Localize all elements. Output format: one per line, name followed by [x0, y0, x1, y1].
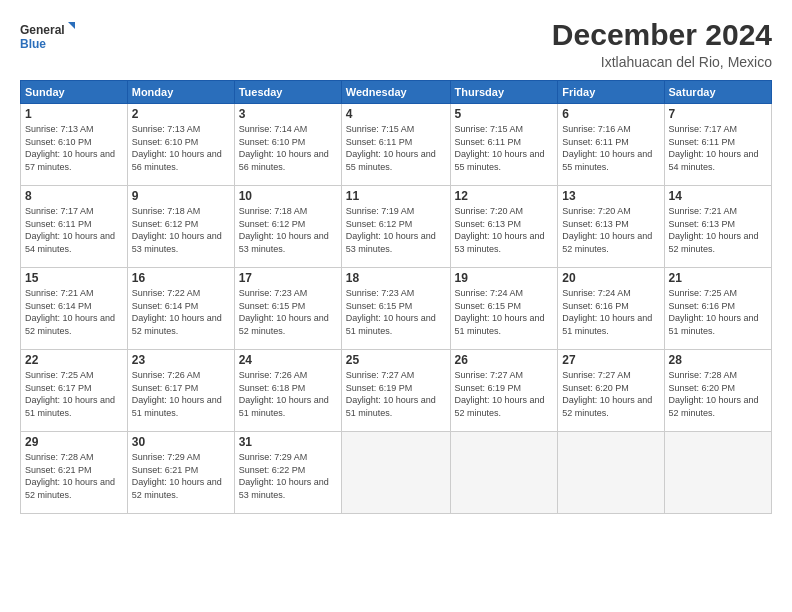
svg-marker-2 — [68, 22, 75, 29]
day-number: 18 — [346, 271, 446, 285]
calendar-week-row: 22 Sunrise: 7:25 AMSunset: 6:17 PMDaylig… — [21, 350, 772, 432]
title-block: December 2024 Ixtlahuacan del Rio, Mexic… — [552, 18, 772, 70]
calendar-cell: 23 Sunrise: 7:26 AMSunset: 6:17 PMDaylig… — [127, 350, 234, 432]
day-detail: Sunrise: 7:24 AMSunset: 6:16 PMDaylight:… — [562, 288, 652, 336]
calendar-header-row: SundayMondayTuesdayWednesdayThursdayFrid… — [21, 81, 772, 104]
col-header-friday: Friday — [558, 81, 664, 104]
day-detail: Sunrise: 7:27 AMSunset: 6:19 PMDaylight:… — [455, 370, 545, 418]
day-number: 31 — [239, 435, 337, 449]
calendar-cell — [558, 432, 664, 514]
calendar-cell: 24 Sunrise: 7:26 AMSunset: 6:18 PMDaylig… — [234, 350, 341, 432]
main-title: December 2024 — [552, 18, 772, 52]
day-detail: Sunrise: 7:21 AMSunset: 6:13 PMDaylight:… — [669, 206, 759, 254]
calendar-cell: 18 Sunrise: 7:23 AMSunset: 6:15 PMDaylig… — [341, 268, 450, 350]
day-number: 7 — [669, 107, 767, 121]
header: General Blue December 2024 Ixtlahuacan d… — [20, 18, 772, 70]
day-detail: Sunrise: 7:13 AMSunset: 6:10 PMDaylight:… — [132, 124, 222, 172]
day-number: 17 — [239, 271, 337, 285]
day-number: 1 — [25, 107, 123, 121]
day-number: 27 — [562, 353, 659, 367]
day-number: 14 — [669, 189, 767, 203]
svg-text:Blue: Blue — [20, 37, 46, 51]
day-number: 9 — [132, 189, 230, 203]
calendar-cell: 26 Sunrise: 7:27 AMSunset: 6:19 PMDaylig… — [450, 350, 558, 432]
day-detail: Sunrise: 7:29 AMSunset: 6:21 PMDaylight:… — [132, 452, 222, 500]
calendar-cell: 3 Sunrise: 7:14 AMSunset: 6:10 PMDayligh… — [234, 104, 341, 186]
day-detail: Sunrise: 7:17 AMSunset: 6:11 PMDaylight:… — [25, 206, 115, 254]
calendar-cell: 25 Sunrise: 7:27 AMSunset: 6:19 PMDaylig… — [341, 350, 450, 432]
calendar-cell: 16 Sunrise: 7:22 AMSunset: 6:14 PMDaylig… — [127, 268, 234, 350]
calendar-week-row: 8 Sunrise: 7:17 AMSunset: 6:11 PMDayligh… — [21, 186, 772, 268]
day-number: 3 — [239, 107, 337, 121]
col-header-tuesday: Tuesday — [234, 81, 341, 104]
calendar-cell: 5 Sunrise: 7:15 AMSunset: 6:11 PMDayligh… — [450, 104, 558, 186]
day-number: 28 — [669, 353, 767, 367]
day-detail: Sunrise: 7:26 AMSunset: 6:18 PMDaylight:… — [239, 370, 329, 418]
day-number: 30 — [132, 435, 230, 449]
day-number: 11 — [346, 189, 446, 203]
calendar-table: SundayMondayTuesdayWednesdayThursdayFrid… — [20, 80, 772, 514]
day-number: 6 — [562, 107, 659, 121]
calendar-week-row: 15 Sunrise: 7:21 AMSunset: 6:14 PMDaylig… — [21, 268, 772, 350]
col-header-saturday: Saturday — [664, 81, 771, 104]
day-number: 10 — [239, 189, 337, 203]
day-detail: Sunrise: 7:25 AMSunset: 6:16 PMDaylight:… — [669, 288, 759, 336]
day-number: 23 — [132, 353, 230, 367]
calendar-cell: 19 Sunrise: 7:24 AMSunset: 6:15 PMDaylig… — [450, 268, 558, 350]
day-number: 29 — [25, 435, 123, 449]
day-detail: Sunrise: 7:28 AMSunset: 6:20 PMDaylight:… — [669, 370, 759, 418]
calendar-cell: 9 Sunrise: 7:18 AMSunset: 6:12 PMDayligh… — [127, 186, 234, 268]
day-number: 2 — [132, 107, 230, 121]
day-number: 16 — [132, 271, 230, 285]
day-detail: Sunrise: 7:18 AMSunset: 6:12 PMDaylight:… — [239, 206, 329, 254]
day-detail: Sunrise: 7:27 AMSunset: 6:20 PMDaylight:… — [562, 370, 652, 418]
sub-title: Ixtlahuacan del Rio, Mexico — [552, 54, 772, 70]
calendar-cell: 22 Sunrise: 7:25 AMSunset: 6:17 PMDaylig… — [21, 350, 128, 432]
day-detail: Sunrise: 7:25 AMSunset: 6:17 PMDaylight:… — [25, 370, 115, 418]
calendar-cell: 20 Sunrise: 7:24 AMSunset: 6:16 PMDaylig… — [558, 268, 664, 350]
day-number: 20 — [562, 271, 659, 285]
calendar-cell — [341, 432, 450, 514]
calendar-cell: 11 Sunrise: 7:19 AMSunset: 6:12 PMDaylig… — [341, 186, 450, 268]
day-detail: Sunrise: 7:14 AMSunset: 6:10 PMDaylight:… — [239, 124, 329, 172]
day-number: 5 — [455, 107, 554, 121]
day-detail: Sunrise: 7:29 AMSunset: 6:22 PMDaylight:… — [239, 452, 329, 500]
day-detail: Sunrise: 7:20 AMSunset: 6:13 PMDaylight:… — [455, 206, 545, 254]
calendar-week-row: 29 Sunrise: 7:28 AMSunset: 6:21 PMDaylig… — [21, 432, 772, 514]
calendar-cell — [664, 432, 771, 514]
day-number: 8 — [25, 189, 123, 203]
day-detail: Sunrise: 7:26 AMSunset: 6:17 PMDaylight:… — [132, 370, 222, 418]
calendar-cell: 7 Sunrise: 7:17 AMSunset: 6:11 PMDayligh… — [664, 104, 771, 186]
day-number: 13 — [562, 189, 659, 203]
day-detail: Sunrise: 7:23 AMSunset: 6:15 PMDaylight:… — [346, 288, 436, 336]
day-detail: Sunrise: 7:28 AMSunset: 6:21 PMDaylight:… — [25, 452, 115, 500]
day-detail: Sunrise: 7:21 AMSunset: 6:14 PMDaylight:… — [25, 288, 115, 336]
calendar-cell: 28 Sunrise: 7:28 AMSunset: 6:20 PMDaylig… — [664, 350, 771, 432]
day-detail: Sunrise: 7:16 AMSunset: 6:11 PMDaylight:… — [562, 124, 652, 172]
day-detail: Sunrise: 7:24 AMSunset: 6:15 PMDaylight:… — [455, 288, 545, 336]
col-header-wednesday: Wednesday — [341, 81, 450, 104]
calendar-week-row: 1 Sunrise: 7:13 AMSunset: 6:10 PMDayligh… — [21, 104, 772, 186]
calendar-cell: 31 Sunrise: 7:29 AMSunset: 6:22 PMDaylig… — [234, 432, 341, 514]
calendar-cell: 12 Sunrise: 7:20 AMSunset: 6:13 PMDaylig… — [450, 186, 558, 268]
day-number: 21 — [669, 271, 767, 285]
day-number: 24 — [239, 353, 337, 367]
calendar-cell: 21 Sunrise: 7:25 AMSunset: 6:16 PMDaylig… — [664, 268, 771, 350]
col-header-sunday: Sunday — [21, 81, 128, 104]
calendar-cell: 2 Sunrise: 7:13 AMSunset: 6:10 PMDayligh… — [127, 104, 234, 186]
page: General Blue December 2024 Ixtlahuacan d… — [0, 0, 792, 612]
calendar-cell: 14 Sunrise: 7:21 AMSunset: 6:13 PMDaylig… — [664, 186, 771, 268]
day-number: 22 — [25, 353, 123, 367]
calendar-cell: 4 Sunrise: 7:15 AMSunset: 6:11 PMDayligh… — [341, 104, 450, 186]
day-detail: Sunrise: 7:27 AMSunset: 6:19 PMDaylight:… — [346, 370, 436, 418]
logo: General Blue — [20, 18, 75, 58]
day-detail: Sunrise: 7:13 AMSunset: 6:10 PMDaylight:… — [25, 124, 115, 172]
calendar-cell: 27 Sunrise: 7:27 AMSunset: 6:20 PMDaylig… — [558, 350, 664, 432]
day-detail: Sunrise: 7:15 AMSunset: 6:11 PMDaylight:… — [455, 124, 545, 172]
logo-svg: General Blue — [20, 18, 75, 58]
day-number: 15 — [25, 271, 123, 285]
calendar-cell: 29 Sunrise: 7:28 AMSunset: 6:21 PMDaylig… — [21, 432, 128, 514]
day-detail: Sunrise: 7:18 AMSunset: 6:12 PMDaylight:… — [132, 206, 222, 254]
svg-text:General: General — [20, 23, 65, 37]
calendar-cell: 15 Sunrise: 7:21 AMSunset: 6:14 PMDaylig… — [21, 268, 128, 350]
